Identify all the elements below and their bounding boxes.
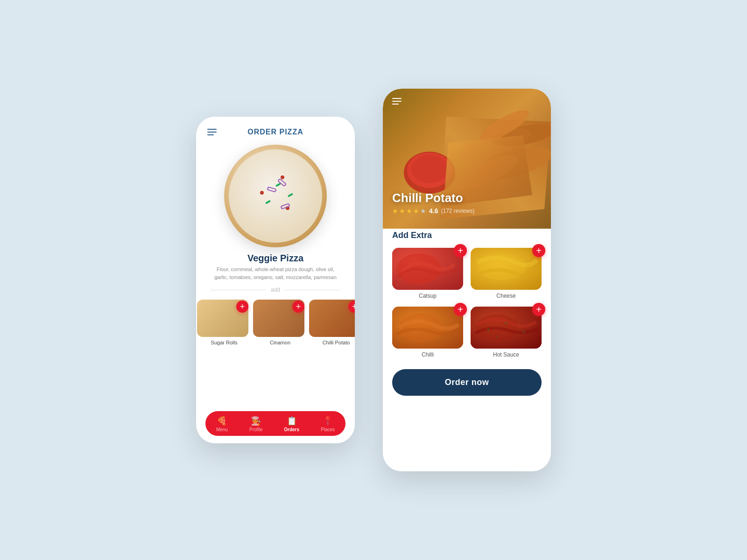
phone1-order-pizza: ORDER PIZZA Veggie Pizza Flour, cornmeal… bbox=[196, 117, 355, 443]
menu-icon[interactable] bbox=[207, 129, 217, 135]
places-nav-icon: 📍 bbox=[323, 416, 333, 426]
add-sugar-rolls-button[interactable]: + bbox=[236, 301, 248, 313]
svg-point-7 bbox=[411, 155, 448, 183]
star-1: ★ bbox=[392, 207, 398, 215]
svg-point-12 bbox=[487, 329, 489, 331]
side-item-sugar-rolls[interactable]: + Sugar Rolls bbox=[196, 299, 252, 407]
cinamon-label: Cinamon bbox=[252, 338, 308, 345]
nav-orders-label: Orders bbox=[284, 427, 299, 432]
hot-sauce-label: Hot Sauce bbox=[493, 351, 519, 358]
pizza-description: Flour, cornmeal, whole-wheat pizza dough… bbox=[196, 266, 355, 285]
pizza-image-container bbox=[196, 140, 355, 249]
extra-catsup[interactable]: + Catsup bbox=[392, 248, 463, 299]
topping-onion-1 bbox=[267, 187, 277, 193]
order-now-button[interactable]: Order now bbox=[392, 369, 542, 396]
topping-red-1 bbox=[281, 175, 284, 179]
side-item-cinamon[interactable]: + Cinamon bbox=[252, 299, 308, 407]
chilli-potato-label: Chilli Potato bbox=[308, 338, 355, 345]
bottom-navigation: 🍕 Menu 👨‍🍳 Profile 📋 Orders 📍 Places bbox=[205, 411, 345, 436]
phone2-product-detail: Chilli Potato ★ ★ ★ ★ ★ 4.6 (172 reviews… bbox=[383, 89, 551, 471]
add-extra-title: Add Extra bbox=[392, 231, 542, 240]
rating-reviews: (172 reviews) bbox=[441, 208, 474, 214]
star-5: ★ bbox=[420, 207, 426, 215]
nav-item-profile[interactable]: 👨‍🍳 Profile bbox=[249, 416, 262, 432]
nav-item-places[interactable]: 📍 Places bbox=[321, 416, 335, 432]
cheese-image bbox=[471, 248, 542, 290]
hero-rating: ★ ★ ★ ★ ★ 4.6 (172 reviews) bbox=[392, 207, 475, 215]
catsup-label: Catsup bbox=[419, 293, 437, 299]
catsup-image bbox=[392, 248, 463, 290]
pizza-name: Veggie Pizza bbox=[196, 249, 355, 266]
pizza-image bbox=[224, 145, 327, 247]
profile-nav-icon: 👨‍🍳 bbox=[251, 416, 261, 426]
topping-red-2 bbox=[260, 191, 264, 195]
page-title: ORDER PIZZA bbox=[247, 128, 303, 136]
chilli-image bbox=[392, 307, 463, 349]
add-cinamon-button[interactable]: + bbox=[292, 301, 304, 313]
product-name: Chilli Potato bbox=[392, 191, 475, 205]
hot-sauce-image bbox=[471, 307, 542, 349]
add-catsup-button[interactable]: + bbox=[454, 244, 467, 257]
rating-value: 4.6 bbox=[429, 207, 438, 215]
extra-hot-sauce[interactable]: + Hot Sauce bbox=[471, 307, 542, 358]
star-2: ★ bbox=[399, 207, 405, 215]
add-label: add bbox=[271, 287, 280, 293]
svg-point-15 bbox=[497, 336, 498, 337]
chilli-label: Chilli bbox=[422, 351, 434, 358]
topping-onion-3 bbox=[277, 178, 287, 187]
sugar-rolls-label: Sugar Rolls bbox=[196, 338, 252, 345]
side-items-row: + Sugar Rolls + Cinamon + Chilli Potato bbox=[196, 295, 355, 407]
add-cheese-button[interactable]: + bbox=[532, 244, 545, 257]
svg-point-2 bbox=[450, 148, 522, 196]
extra-cheese[interactable]: + Cheese bbox=[471, 248, 542, 299]
add-divider: add bbox=[196, 285, 355, 295]
extras-grid: + Catsup + Cheese bbox=[392, 248, 542, 358]
orders-nav-icon: 📋 bbox=[287, 416, 297, 426]
extra-chilli[interactable]: + Chilli bbox=[392, 307, 463, 358]
add-chilli-button[interactable]: + bbox=[454, 303, 467, 316]
catsup-texture bbox=[392, 248, 463, 290]
svg-point-1 bbox=[472, 140, 551, 186]
nav-places-label: Places bbox=[321, 427, 335, 432]
svg-point-14 bbox=[523, 331, 525, 333]
cheese-texture bbox=[471, 248, 542, 290]
hero-menu-icon[interactable] bbox=[392, 98, 402, 105]
product-hero: Chilli Potato ★ ★ ★ ★ ★ 4.6 (172 reviews… bbox=[383, 89, 551, 229]
nav-menu-label: Menu bbox=[216, 427, 228, 432]
nav-item-orders[interactable]: 📋 Orders bbox=[284, 416, 299, 432]
nav-profile-label: Profile bbox=[249, 427, 262, 432]
side-item-chilli-potato[interactable]: + Chilli Potato bbox=[308, 299, 355, 407]
hero-title-block: Chilli Potato ★ ★ ★ ★ ★ 4.6 (172 reviews… bbox=[392, 191, 475, 215]
hot-sauce-texture bbox=[471, 307, 542, 349]
star-rating: ★ ★ ★ ★ ★ bbox=[392, 207, 426, 215]
cheese-label: Cheese bbox=[496, 293, 515, 299]
svg-point-13 bbox=[505, 322, 507, 324]
nav-item-menu[interactable]: 🍕 Menu bbox=[216, 416, 228, 432]
add-hot-sauce-button[interactable]: + bbox=[532, 303, 545, 316]
product-content: Add Extra + Catsup bbox=[383, 219, 551, 471]
chilli-texture bbox=[392, 307, 463, 349]
topping-green-3 bbox=[288, 193, 293, 197]
topping-green-2 bbox=[265, 200, 271, 204]
phone1-header: ORDER PIZZA bbox=[196, 117, 355, 140]
star-4: ★ bbox=[413, 207, 419, 215]
star-3: ★ bbox=[406, 207, 412, 215]
menu-nav-icon: 🍕 bbox=[217, 416, 227, 426]
